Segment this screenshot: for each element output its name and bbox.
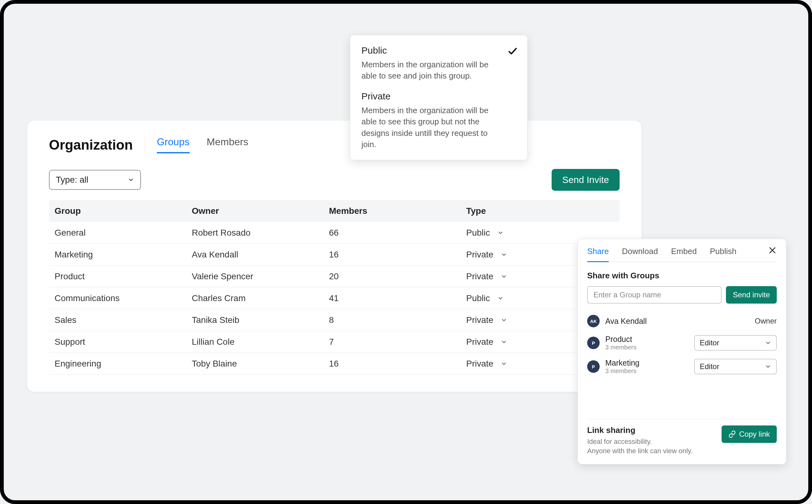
- avatar: P: [587, 360, 600, 373]
- cell-type[interactable]: Public: [466, 228, 614, 238]
- close-icon[interactable]: [768, 246, 777, 255]
- share-section-title: Share with Groups: [587, 271, 777, 281]
- cell-group: General: [55, 228, 192, 238]
- role-select[interactable]: Editor: [694, 359, 777, 374]
- cell-group: Engineering: [55, 359, 192, 369]
- cell-members: 16: [329, 250, 466, 260]
- cell-members: 20: [329, 271, 466, 281]
- entry-name: Product: [605, 335, 689, 344]
- org-header: Organization GroupsMembers: [49, 136, 620, 153]
- chevron-down-icon: [497, 230, 504, 236]
- cell-owner: Charles Cram: [192, 293, 329, 303]
- cell-owner: Ava Kendall: [192, 250, 329, 260]
- type-value: Private: [466, 250, 493, 260]
- copy-link-label: Copy link: [739, 430, 770, 439]
- table-row[interactable]: SupportLillian Cole7Private: [49, 331, 620, 353]
- cell-members: 66: [329, 228, 466, 238]
- org-tabs: GroupsMembers: [157, 136, 248, 153]
- table-row[interactable]: GeneralRobert Rosado66Public: [49, 222, 620, 244]
- copy-link-button[interactable]: Copy link: [722, 425, 777, 443]
- type-filter-select[interactable]: Type: all: [49, 170, 141, 190]
- chevron-down-icon: [501, 361, 507, 367]
- type-value: Private: [466, 359, 493, 369]
- cell-owner: Robert Rosado: [192, 228, 329, 238]
- role-select[interactable]: Editor: [694, 335, 777, 351]
- cell-members: 8: [329, 315, 466, 325]
- visibility-option-title: Private: [361, 91, 497, 102]
- type-value: Public: [466, 293, 490, 303]
- visibility-option-public[interactable]: PublicMembers in the organization will b…: [361, 45, 516, 82]
- check-icon: [507, 46, 518, 56]
- entry-name: Ava Kendall: [605, 317, 749, 326]
- visibility-popover: PublicMembers in the organization will b…: [350, 35, 528, 160]
- tab-groups[interactable]: Groups: [157, 136, 190, 153]
- link-sharing-desc2: Anyone with the link can view only.: [587, 446, 693, 456]
- entry-text: Ava Kendall: [605, 317, 749, 326]
- chevron-down-icon: [501, 273, 507, 280]
- share-tab-publish[interactable]: Publish: [710, 247, 736, 262]
- cell-owner: Toby Blaine: [192, 359, 329, 369]
- type-value: Public: [466, 228, 490, 238]
- table-row[interactable]: MarketingAva Kendall16Private: [49, 244, 620, 266]
- share-modal: ShareDownloadEmbedPublish Share with Gro…: [578, 239, 786, 464]
- chevron-down-icon: [128, 177, 134, 183]
- share-invite-row: Send invite: [587, 286, 777, 304]
- entry-text: Marketing3 members: [605, 358, 689, 375]
- chevron-down-icon: [501, 252, 507, 258]
- type-value: Private: [466, 271, 493, 281]
- visibility-option-title: Public: [361, 45, 497, 56]
- groups-table: Group Owner Members Type GeneralRobert R…: [49, 200, 620, 375]
- type-value: Private: [466, 315, 493, 325]
- avatar: P: [587, 337, 600, 349]
- cell-group: Communications: [55, 293, 192, 303]
- table-header: Group Owner Members Type: [49, 200, 620, 222]
- send-invite-button[interactable]: Send Invite: [552, 169, 620, 191]
- role-value: Editor: [700, 338, 719, 347]
- entry-name: Marketing: [605, 358, 689, 367]
- col-type: Type: [466, 206, 614, 216]
- type-value: Private: [466, 337, 493, 347]
- entry-text: Product3 members: [605, 335, 689, 351]
- cell-owner: Lillian Cole: [192, 337, 329, 347]
- tab-members[interactable]: Members: [207, 136, 248, 153]
- link-sharing-row: Link sharing Ideal for accessibility. An…: [587, 425, 777, 455]
- type-filter-label: Type: all: [56, 175, 88, 185]
- col-group: Group: [55, 206, 192, 216]
- page-title: Organization: [49, 137, 145, 153]
- cell-owner: Valerie Spencer: [192, 271, 329, 281]
- share-send-invite-label: Send invite: [733, 290, 770, 299]
- visibility-option-desc: Members in the organization will be able…: [361, 105, 497, 150]
- cell-members: 41: [329, 293, 466, 303]
- col-owner: Owner: [192, 206, 329, 216]
- cell-owner: Tanika Steib: [192, 315, 329, 325]
- role-value: Editor: [700, 362, 719, 371]
- link-icon: [728, 430, 736, 438]
- share-tab-share[interactable]: Share: [587, 247, 609, 262]
- cell-members: 16: [329, 359, 466, 369]
- share-tabs: ShareDownloadEmbedPublish: [587, 247, 777, 262]
- link-sharing-title: Link sharing: [587, 425, 693, 435]
- entry-sub: 3 members: [605, 367, 689, 375]
- chevron-down-icon: [501, 317, 507, 323]
- visibility-option-private[interactable]: PrivateMembers in the organization will …: [361, 91, 516, 150]
- send-invite-label: Send Invite: [562, 175, 609, 185]
- cell-group: Support: [55, 337, 192, 347]
- cell-group: Product: [55, 271, 192, 281]
- table-row[interactable]: SalesTanika Steib8Private: [49, 309, 620, 331]
- link-sharing-desc1: Ideal for accessibility.: [587, 437, 693, 446]
- share-send-invite-button[interactable]: Send invite: [726, 286, 777, 304]
- cell-members: 7: [329, 337, 466, 347]
- organization-panel: Organization GroupsMembers Type: all Sen…: [27, 121, 642, 392]
- group-name-input[interactable]: [587, 286, 722, 304]
- table-row[interactable]: EngineeringToby Blaine16Private: [49, 353, 620, 375]
- share-entry: AKAva KendallOwner: [587, 311, 777, 331]
- chevron-down-icon: [765, 363, 771, 370]
- chevron-down-icon: [497, 295, 504, 301]
- share-tab-download[interactable]: Download: [622, 247, 658, 262]
- col-members: Members: [329, 206, 466, 216]
- divider: [587, 419, 777, 419]
- share-entry: PMarketing3 membersEditor: [587, 355, 777, 378]
- table-row[interactable]: ProductValerie Spencer20Private: [49, 266, 620, 287]
- share-tab-embed[interactable]: Embed: [671, 247, 697, 262]
- table-row[interactable]: CommunicationsCharles Cram41Public: [49, 287, 620, 309]
